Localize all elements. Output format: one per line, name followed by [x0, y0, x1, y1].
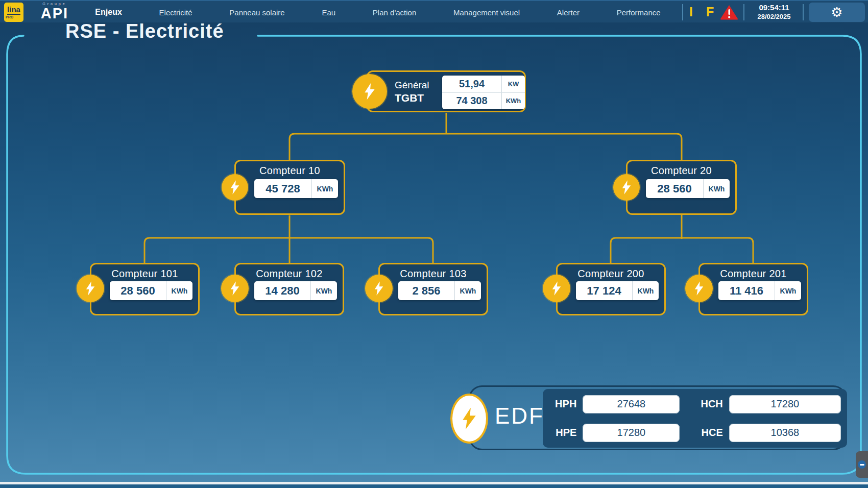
meter-value: 51,94 — [442, 76, 501, 92]
meter-value-box: 2 856 KWh — [398, 281, 481, 300]
meter-label: Compteur 101 — [91, 268, 198, 280]
meter-value-box: 11 416 KWh — [718, 281, 801, 300]
clock-time: 09:54:11 — [749, 3, 800, 13]
root-label-line2: TGBT — [395, 91, 429, 105]
meter-label: Compteur 200 — [558, 268, 664, 280]
edf-field-label-hch: HCH — [695, 398, 722, 410]
nav-item-eau[interactable]: Eau — [322, 8, 335, 17]
meter-value-box: 17 124 KWh — [576, 281, 659, 300]
root-label-line1: Général — [395, 79, 429, 91]
root-value-row-kwh: 74 308 KWh — [442, 92, 525, 110]
meter-node-compteur-20[interactable]: Compteur 20 28 560 KWh — [626, 160, 737, 215]
nav-item-management-visuel[interactable]: Management visuel — [453, 8, 520, 17]
meter-node-compteur-10[interactable]: Compteur 10 45 728 KWh — [234, 160, 345, 215]
clock: 09:54:11 28/02/2025 — [749, 3, 800, 21]
nav-item-enjeux[interactable]: Enjeux — [95, 8, 122, 17]
meter-unit: KW — [501, 76, 525, 92]
lina-logo-text: lina — [7, 6, 20, 15]
indicator-f: F — [706, 5, 714, 19]
meter-value: 74 308 — [442, 93, 501, 110]
nav-item-plan-daction[interactable]: Plan d'action — [373, 8, 416, 17]
remote-access-tab[interactable] — [856, 451, 868, 478]
nav-item-performance[interactable]: Performance — [617, 8, 661, 17]
edf-row: HPE 17280 HCE 10368 — [549, 423, 841, 442]
edf-row: HPH 27648 HCH 17280 — [549, 395, 841, 413]
lightning-bolt-icon — [613, 174, 640, 201]
edf-field-label-hpe: HPE — [549, 427, 576, 438]
remote-access-icon — [858, 460, 866, 469]
page-title: RSE - Electricité — [65, 20, 224, 42]
meter-unit: KWh — [775, 281, 801, 300]
meter-label: Compteur 20 — [628, 165, 735, 177]
meter-value: 14 280 — [254, 281, 310, 300]
root-node-label: Général TGBT — [395, 79, 429, 105]
root-value-box: 51,94 KW 74 308 KWh — [442, 76, 525, 109]
lightning-bolt-icon — [685, 275, 713, 302]
lightning-bolt-icon — [222, 174, 248, 201]
edf-field-value-hch: 17280 — [729, 395, 841, 413]
meter-value-box: 45 728 KWh — [254, 179, 338, 198]
header-divider — [803, 4, 804, 20]
nav-item-panneau-solaire[interactable]: Panneau solaire — [229, 8, 284, 17]
meter-node-compteur-103[interactable]: Compteur 103 2 856 KWh — [378, 263, 488, 315]
groupe-api-logo: Groupe API — [32, 2, 78, 21]
meter-value-box: 28 560 KWh — [110, 281, 192, 300]
header-divider — [682, 4, 683, 20]
meter-node-compteur-200[interactable]: Compteur 200 17 124 KWh — [556, 263, 666, 315]
lina-logo: lina PRO — [4, 3, 23, 22]
edf-field-value-hph: 27648 — [583, 395, 680, 413]
edf-field-label-hph: HPH — [549, 398, 576, 410]
meter-value: 45 728 — [254, 179, 311, 198]
meter-node-general-tgbt[interactable]: Général TGBT 51,94 KW 74 308 KWh — [367, 70, 526, 112]
meter-value-box: 28 560 KWh — [646, 179, 730, 198]
main-nav: Enjeux Electricité Panneau solaire Eau P… — [77, 1, 679, 23]
meter-unit: KWh — [310, 281, 337, 300]
nav-item-alerter[interactable]: Alerter — [557, 8, 580, 17]
meter-value-box: 14 280 KWh — [254, 281, 337, 300]
header-bar: lina PRO Groupe API Enjeux Electricité P… — [0, 0, 868, 22]
warning-triangle-icon[interactable] — [720, 5, 738, 20]
meter-value: 11 416 — [718, 281, 775, 300]
meter-label: Compteur 10 — [236, 165, 344, 177]
indicator-i: I — [689, 5, 693, 19]
meter-value: 28 560 — [110, 281, 166, 300]
meter-unit: KWh — [632, 281, 659, 300]
meter-label: Compteur 103 — [380, 268, 487, 280]
meter-unit: KWh — [311, 179, 338, 198]
lightning-bolt-icon — [450, 394, 488, 444]
clock-date: 28/02/2025 — [749, 13, 800, 21]
meter-unit: KWh — [703, 179, 730, 198]
lightning-bolt-icon — [543, 275, 570, 302]
edf-field-label-hce: HCE — [695, 427, 722, 438]
meter-node-compteur-201[interactable]: Compteur 201 11 416 KWh — [698, 263, 808, 315]
lightning-bolt-icon — [352, 74, 387, 109]
api-label: API — [32, 6, 78, 21]
lightning-bolt-icon — [77, 275, 104, 302]
meter-label: Compteur 201 — [700, 268, 807, 280]
meter-label: Compteur 102 — [236, 268, 343, 280]
meter-value: 17 124 — [576, 281, 632, 300]
settings-button[interactable]: ⚙ — [809, 3, 865, 22]
edf-title: EDF — [495, 403, 544, 429]
lightning-bolt-icon — [365, 275, 393, 302]
edf-tariff-panel: HPH 27648 HCH 17280 HPE 17280 HCE 10368 — [543, 389, 847, 448]
root-value-row-kw: 51,94 KW — [442, 76, 525, 92]
gear-icon: ⚙ — [831, 6, 842, 19]
meter-value: 28 560 — [646, 179, 703, 198]
lina-logo-pro: PRO — [6, 15, 13, 19]
lightning-bolt-icon — [221, 275, 249, 302]
meter-value: 2 856 — [398, 281, 454, 300]
edf-field-value-hce: 10368 — [729, 424, 841, 442]
meter-node-compteur-101[interactable]: Compteur 101 28 560 KWh — [90, 263, 200, 315]
edf-field-value-hpe: 17280 — [583, 424, 680, 442]
meter-unit: KWh — [501, 93, 525, 110]
meter-unit: KWh — [454, 281, 481, 300]
meter-unit: KWh — [166, 281, 192, 300]
edf-section[interactable]: EDF HPH 27648 HCH 17280 HPE 17280 HCE 10… — [469, 385, 847, 450]
header-divider — [743, 4, 744, 20]
meter-node-compteur-102[interactable]: Compteur 102 14 280 KWh — [234, 263, 344, 315]
nav-item-electricite[interactable]: Electricité — [159, 8, 192, 17]
